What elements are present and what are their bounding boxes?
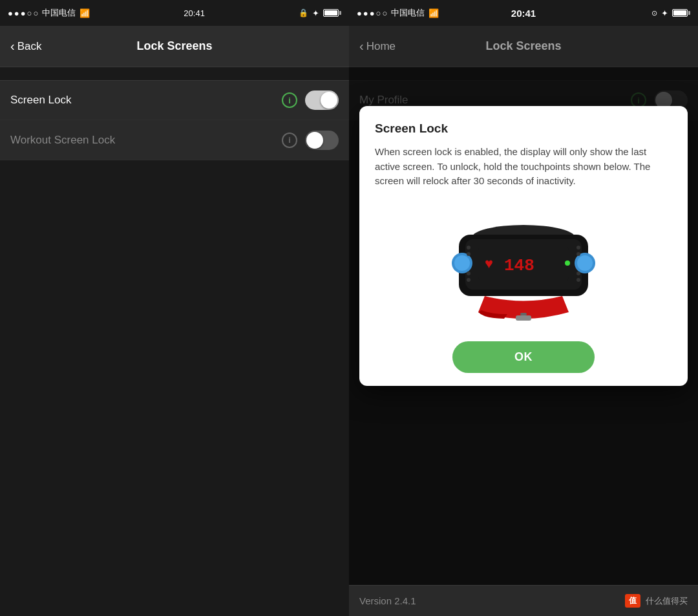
right-signal-dots: ●●●○○ xyxy=(357,8,388,18)
svg-point-8 xyxy=(454,255,470,271)
right-carrier: 中国电信 xyxy=(391,7,425,19)
left-status-bar: ●●●○○ 中国电信 📶 20:41 🔒 ✦ xyxy=(0,0,349,26)
right-wifi-icon: 📶 xyxy=(428,8,439,18)
svg-point-10 xyxy=(577,255,593,271)
left-time: 20:41 xyxy=(184,8,205,18)
right-status-icons: 🔒 ✦ xyxy=(299,8,341,18)
watermark: 值 什么值得买 xyxy=(625,594,688,608)
lock-status-icon: 🔒 xyxy=(299,8,308,17)
watch-illustration: ♥ 148 xyxy=(375,199,672,328)
svg-text:♥: ♥ xyxy=(485,255,493,271)
svg-point-6 xyxy=(565,260,570,266)
back-label: Back xyxy=(17,40,42,53)
screen-lock-item: Screen Lock i xyxy=(0,80,349,120)
svg-point-17 xyxy=(576,271,580,275)
svg-text:148: 148 xyxy=(504,256,534,275)
bluetooth-icon: ✦ xyxy=(312,8,319,18)
screen-lock-info-icon[interactable]: i xyxy=(282,92,297,108)
workout-lock-toggle[interactable] xyxy=(305,131,339,150)
signal-dots: ●●●○○ xyxy=(8,8,39,18)
right-lock-icon: ⊙ xyxy=(651,9,657,17)
workout-lock-label: Workout Screen Lock xyxy=(10,134,282,147)
modal-body: When screen lock is enabled, the display… xyxy=(375,145,672,189)
left-panel: ●●●○○ 中国电信 📶 20:41 🔒 ✦ ‹ Back Lock Scree… xyxy=(0,0,349,616)
battery-icon xyxy=(323,9,341,17)
watch-svg: ♥ 148 xyxy=(420,199,627,328)
left-nav-title: Lock Screens xyxy=(136,39,212,53)
bottom-bar: Version 2.4.1 值 什么值得买 xyxy=(349,585,698,616)
workout-lock-info-icon[interactable]: i xyxy=(282,133,297,148)
svg-rect-20 xyxy=(520,313,527,315)
right-back-chevron-icon: ‹ xyxy=(359,39,364,54)
right-back-button[interactable]: ‹ Home xyxy=(359,39,396,54)
workout-lock-item: Workout Screen Lock i xyxy=(0,120,349,160)
screen-lock-modal: Screen Lock When screen lock is enabled,… xyxy=(359,106,688,386)
left-settings-list: Screen Lock i Workout Screen Lock i xyxy=(0,67,349,616)
right-nav-bar: ‹ Home Lock Screens xyxy=(349,26,698,67)
svg-point-16 xyxy=(576,252,580,256)
svg-point-18 xyxy=(576,278,580,282)
screen-lock-toggle[interactable] xyxy=(305,90,339,110)
back-button[interactable]: ‹ Back xyxy=(10,39,41,54)
svg-point-11 xyxy=(467,246,471,250)
screen-lock-label: Screen Lock xyxy=(10,94,282,107)
version-text: Version 2.4.1 xyxy=(359,595,416,606)
right-nav-title: Lock Screens xyxy=(485,39,561,53)
right-panel: ●●●○○ 中国电信 📶 20:41 ⊙ ✦ ‹ Home Lock Scree… xyxy=(349,0,698,616)
svg-point-14 xyxy=(467,278,471,282)
watermark-badge: 值 xyxy=(625,594,640,608)
svg-point-15 xyxy=(576,246,580,250)
right-battery-icon xyxy=(672,9,690,17)
right-time: 20:41 xyxy=(511,8,536,19)
right-status-bar: ●●●○○ 中国电信 📶 20:41 ⊙ ✦ xyxy=(349,0,698,26)
right-bg-content: My Profile i Screen Lock When screen loc… xyxy=(349,67,698,585)
right-bluetooth-icon: ✦ xyxy=(661,8,668,18)
carrier-name: 中国电信 xyxy=(42,7,76,19)
left-nav-bar: ‹ Back Lock Screens xyxy=(0,26,349,67)
svg-point-13 xyxy=(467,271,471,275)
watermark-text: 什么值得买 xyxy=(646,595,688,607)
svg-point-12 xyxy=(467,252,471,256)
toggle-knob xyxy=(321,92,337,109)
modal-title: Screen Lock xyxy=(375,122,672,136)
workout-toggle-knob xyxy=(306,132,323,149)
svg-rect-19 xyxy=(516,315,531,321)
ok-button[interactable]: OK xyxy=(452,341,595,373)
back-chevron-icon: ‹ xyxy=(10,39,15,54)
wifi-icon: 📶 xyxy=(79,8,90,18)
right-back-label: Home xyxy=(366,40,396,53)
